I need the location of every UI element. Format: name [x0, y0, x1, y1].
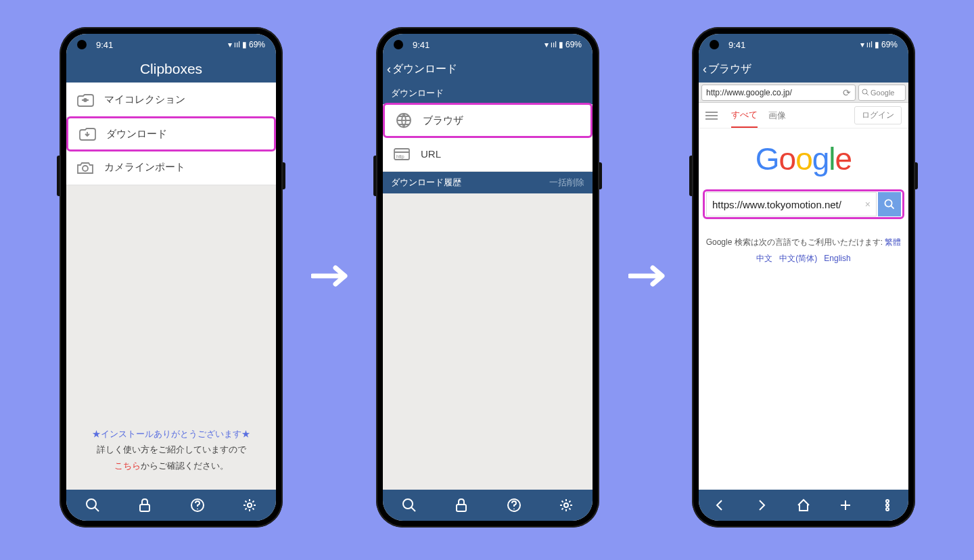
item-url[interactable]: http URL	[383, 137, 593, 172]
status-right: ▾ııl▮ 69%	[544, 40, 582, 49]
thanks-text: ★インストールありがとうございます★	[73, 426, 269, 442]
svg-point-9	[403, 499, 413, 509]
item-browser[interactable]: ブラウザ	[383, 103, 593, 138]
bottom-nav	[383, 490, 593, 521]
folder-icon	[76, 92, 95, 108]
settings-icon[interactable]	[241, 497, 258, 513]
header-back[interactable]: ‹ ダウンロード	[383, 55, 593, 83]
camera-hole	[77, 40, 87, 49]
status-bar: 9:41 ▾ııl▮ 69%	[383, 34, 593, 55]
help-icon[interactable]	[189, 497, 206, 513]
search-input[interactable]: https://www.tokyomotion.net/ ×	[706, 192, 877, 216]
search-icon[interactable]	[401, 497, 417, 513]
header-back[interactable]: ‹ ブラウザ	[699, 55, 908, 83]
svg-point-13	[862, 89, 867, 94]
back-icon: ‹	[703, 62, 707, 76]
svg-rect-10	[457, 505, 466, 511]
http-icon: http	[392, 146, 411, 162]
svg-point-12	[564, 503, 568, 507]
nav-back-icon[interactable]	[712, 497, 728, 513]
section-history: ダウンロード履歴 一括削除	[383, 172, 593, 193]
search-icon[interactable]	[85, 497, 101, 513]
status-time: 9:41	[96, 40, 113, 50]
camera-hole	[394, 40, 403, 49]
status-battery: 69%	[881, 40, 898, 49]
header-title: ダウンロード	[392, 62, 457, 76]
camera-hole	[710, 40, 719, 49]
camera-icon	[76, 160, 95, 176]
tab-images[interactable]: 画像	[768, 110, 786, 127]
status-time: 9:41	[413, 40, 430, 50]
footer-message: ★インストールありがとうございます★ 詳しく使い方をご紹介していますので こちら…	[66, 417, 276, 490]
lock-icon[interactable]	[137, 497, 153, 513]
language-message: Google 検索は次の言語でもご利用いただけます: 繁體中文 中文(简体) E…	[699, 234, 908, 266]
tab-all[interactable]: すべて	[731, 109, 758, 128]
download-folder-icon	[78, 126, 97, 142]
bottom-nav	[66, 490, 276, 521]
header-title: ブラウザ	[708, 62, 751, 76]
status-right: ▾ııl▮ 69%	[860, 40, 898, 49]
status-bar: 9:41 ▾ııl▮ 69%	[699, 34, 908, 55]
item-label: マイコレクション	[104, 93, 185, 106]
url-text: http://www.google.co.jp/	[706, 88, 792, 97]
svg-point-17	[886, 508, 889, 511]
clear-all-button[interactable]: 一括削除	[549, 177, 584, 189]
svg-point-15	[886, 500, 889, 503]
section-download: ダウンロード	[383, 83, 593, 104]
login-button[interactable]: ログイン	[854, 106, 902, 124]
item-label: ダウンロード	[106, 128, 167, 141]
settings-icon[interactable]	[558, 497, 574, 513]
google-tabs: すべて 画像 ログイン	[699, 103, 908, 129]
footer-line2: からご確認ください。	[141, 461, 229, 471]
globe-icon	[394, 112, 413, 129]
mini-search-placeholder: Google	[871, 89, 894, 97]
url-input[interactable]: http://www.google.co.jp/ ⟳	[701, 85, 856, 101]
svg-point-1	[83, 166, 88, 171]
svg-point-16	[886, 504, 889, 507]
item-label: URL	[421, 148, 441, 160]
search-button[interactable]	[878, 192, 901, 216]
phone-3: 9:41 ▾ııl▮ 69% ‹ ブラウザ http://www.google.…	[692, 27, 915, 528]
lang-prefix: Google 検索は次の言語でもご利用いただけます:	[706, 237, 883, 247]
status-battery: 69%	[249, 40, 265, 49]
help-icon[interactable]	[506, 497, 522, 513]
phone-1: 9:41 ▾ııl▮ 69% Clipboxes マイコレクション ダウンロード	[60, 27, 283, 528]
footer-link[interactable]: こちら	[114, 461, 141, 471]
svg-point-5	[248, 503, 252, 507]
svg-rect-3	[140, 505, 149, 511]
lang-en[interactable]: English	[824, 254, 850, 263]
main-content: ダウンロード ブラウザ http URL ダウンロード履歴 一括削除	[383, 83, 593, 490]
item-collection[interactable]: マイコレクション	[66, 83, 276, 118]
google-logo: Google	[699, 141, 908, 177]
item-download[interactable]: ダウンロード	[66, 116, 276, 151]
phone-2: 9:41 ▾ııl▮ 69% ‹ ダウンロード ダウンロード ブラウザ htt	[376, 27, 599, 528]
arrow-icon	[628, 257, 669, 296]
browser-body: Google https://www.tokyomotion.net/ × Go…	[699, 129, 908, 490]
arrow-icon	[311, 257, 352, 296]
svg-point-2	[87, 499, 96, 509]
home-icon[interactable]	[795, 497, 812, 513]
nav-forward-icon[interactable]	[753, 497, 770, 513]
item-label: ブラウザ	[423, 114, 463, 127]
add-icon[interactable]	[837, 497, 854, 513]
mini-search[interactable]: Google	[858, 85, 906, 101]
url-bar: http://www.google.co.jp/ ⟳ Google	[699, 83, 908, 103]
menu-icon[interactable]	[705, 112, 718, 120]
reload-icon[interactable]: ⟳	[843, 87, 851, 98]
item-label: カメラインポート	[104, 161, 185, 174]
search-row: https://www.tokyomotion.net/ ×	[703, 189, 904, 219]
back-icon: ‹	[387, 62, 391, 76]
clear-icon[interactable]: ×	[865, 199, 871, 210]
lock-icon[interactable]	[453, 497, 469, 513]
main-content: マイコレクション ダウンロード カメラインポート ★インストールありがとうござい…	[66, 83, 276, 490]
item-camera[interactable]: カメラインポート	[66, 150, 276, 185]
svg-point-14	[885, 200, 891, 206]
footer-line1: 詳しく使い方をご紹介していますので	[97, 444, 246, 454]
app-title: Clipboxes	[66, 55, 276, 83]
search-value: https://www.tokyomotion.net/	[712, 199, 841, 210]
more-icon[interactable]	[879, 497, 896, 513]
status-bar: 9:41 ▾ııl▮ 69%	[66, 34, 276, 55]
status-battery: 69%	[565, 40, 582, 49]
svg-text:http: http	[396, 154, 404, 160]
lang-zh-cn[interactable]: 中文(简体)	[779, 254, 817, 263]
